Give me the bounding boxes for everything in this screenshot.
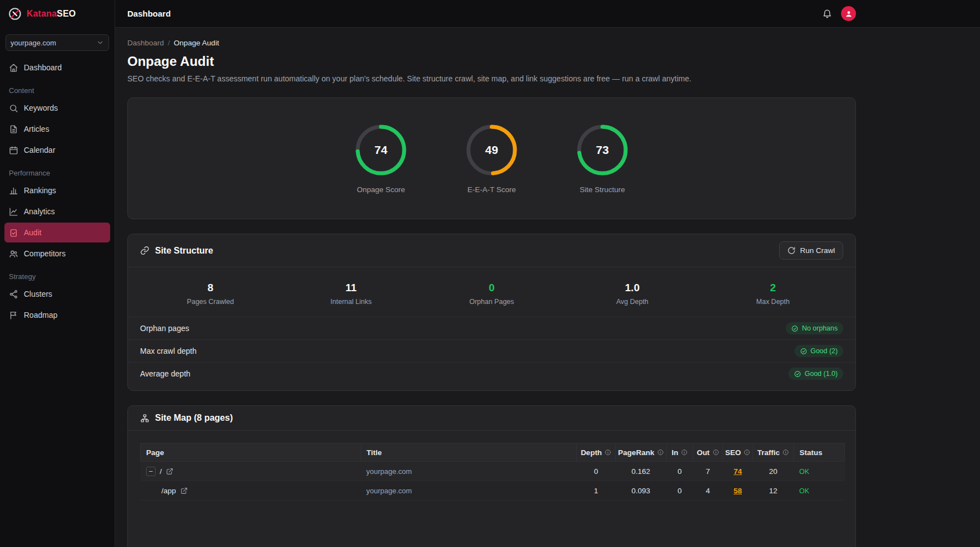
calendar-icon bbox=[9, 146, 18, 155]
stat-label: Internal Links bbox=[331, 298, 372, 306]
check-circle-icon bbox=[791, 325, 798, 332]
site-map-card: Site Map (8 pages) Page Title Depth bbox=[127, 405, 856, 547]
sidebar-item-audit[interactable]: Audit bbox=[4, 223, 110, 242]
status-badge: Good (1.0) bbox=[788, 368, 843, 380]
status-badge: No orphans bbox=[786, 322, 843, 334]
stat-value: 11 bbox=[345, 282, 357, 294]
refresh-icon bbox=[787, 246, 796, 255]
info-icon[interactable] bbox=[605, 449, 611, 456]
score-gauges-card: 74 Onpage Score 49 E-E-A-T Score bbox=[127, 97, 856, 219]
page-subtitle: SEO checks and E-E-A-T assessment run au… bbox=[127, 74, 856, 83]
info-icon[interactable] bbox=[657, 449, 664, 456]
main-content: Dashboard / Onpage Audit Onpage Audit SE… bbox=[115, 28, 980, 547]
topbar: Dashboard bbox=[115, 0, 980, 28]
sidebar-item-keywords[interactable]: Keywords bbox=[4, 98, 110, 118]
bell-icon[interactable] bbox=[822, 9, 832, 19]
info-icon[interactable] bbox=[681, 449, 688, 456]
seo-score-link[interactable]: 58 bbox=[734, 487, 742, 495]
stat-value: 1.0 bbox=[625, 282, 639, 294]
gauge-site-structure: 73 Site Structure bbox=[561, 123, 643, 194]
sidebar-nav: Dashboard Content Keywords Articles Cale… bbox=[0, 54, 115, 329]
info-icon[interactable] bbox=[744, 449, 750, 456]
in-links-cell: 0 bbox=[667, 481, 693, 500]
sidebar-item-clusters[interactable]: Clusters bbox=[4, 284, 110, 304]
table-header-row: Page Title Depth PageRank In Out SEO Tra… bbox=[141, 443, 845, 462]
col-header-depth: Depth bbox=[577, 443, 616, 462]
sidebar: KatanaSEO yourpage.com Dashboard Content… bbox=[0, 0, 115, 547]
site-map-title: Site Map (8 pages) bbox=[155, 413, 233, 423]
nav-heading-performance: Performance bbox=[4, 161, 110, 180]
col-header-traffic: Traffic bbox=[753, 443, 794, 462]
badge-text: Good (1.0) bbox=[804, 370, 838, 378]
stat-label: Max Depth bbox=[756, 298, 790, 306]
structure-stats: 8 Pages Crawled 11 Internal Links 0 Orph… bbox=[128, 267, 855, 317]
file-text-icon bbox=[9, 125, 18, 134]
stat-orphan-pages: 0 Orphan Pages bbox=[421, 282, 562, 306]
stat-pages-crawled: 8 Pages Crawled bbox=[140, 282, 281, 306]
page-link[interactable]: /app bbox=[162, 487, 176, 495]
flag-icon bbox=[9, 311, 18, 320]
sidebar-item-analytics[interactable]: Analytics bbox=[4, 202, 110, 221]
sidebar-item-dashboard[interactable]: Dashboard bbox=[4, 58, 110, 78]
breadcrumb-dashboard[interactable]: Dashboard bbox=[127, 39, 164, 47]
gauge-onpage-score: 74 Onpage Score bbox=[340, 123, 422, 194]
sitemap-icon bbox=[140, 414, 149, 423]
check-orphan-pages: Orphan pages No orphans bbox=[128, 317, 855, 339]
check-circle-icon bbox=[800, 348, 807, 355]
seo-score-link[interactable]: 74 bbox=[734, 467, 742, 476]
table-row: /app yourpage.com 1 0.093 0 bbox=[141, 481, 845, 500]
col-header-seo: SEO bbox=[723, 443, 753, 462]
sidebar-item-rankings[interactable]: Rankings bbox=[4, 180, 110, 200]
link-icon bbox=[140, 246, 149, 255]
info-icon[interactable] bbox=[782, 449, 789, 456]
stat-internal-links: 11 Internal Links bbox=[281, 282, 421, 306]
gauge-label: E-E-A-T Score bbox=[467, 185, 516, 194]
gauge-value: 73 bbox=[576, 123, 629, 177]
out-links-cell: 4 bbox=[693, 481, 723, 500]
col-header-in: In bbox=[667, 443, 693, 462]
collapse-row-button[interactable] bbox=[146, 467, 156, 476]
pagerank-cell: 0.093 bbox=[616, 481, 667, 500]
stat-value: 8 bbox=[208, 282, 214, 294]
check-average-depth: Average depth Good (1.0) bbox=[128, 362, 855, 385]
page-link[interactable]: / bbox=[160, 467, 162, 476]
status-cell: OK bbox=[800, 487, 809, 495]
chevron-down-icon bbox=[96, 39, 104, 47]
out-links-cell: 7 bbox=[693, 462, 723, 481]
breadcrumb: Dashboard / Onpage Audit bbox=[127, 39, 856, 47]
sidebar-item-roadmap[interactable]: Roadmap bbox=[4, 305, 110, 325]
col-header-out: Out bbox=[693, 443, 723, 462]
pagerank-cell: 0.162 bbox=[616, 462, 667, 481]
clusters-nodes-icon bbox=[9, 290, 18, 299]
badge-text: No orphans bbox=[802, 324, 838, 332]
check-max-crawl-depth: Max crawl depth Good (2) bbox=[128, 339, 855, 362]
info-icon[interactable] bbox=[713, 449, 719, 456]
check-circle-icon bbox=[794, 370, 801, 378]
users-icon bbox=[9, 249, 18, 259]
check-label: Max crawl depth bbox=[140, 347, 197, 355]
traffic-cell: 12 bbox=[753, 481, 794, 500]
breadcrumb-current: Onpage Audit bbox=[174, 39, 219, 47]
external-link-icon[interactable] bbox=[166, 468, 173, 475]
stat-label: Pages Crawled bbox=[187, 298, 234, 306]
sidebar-item-label: Roadmap bbox=[24, 311, 58, 319]
check-label: Orphan pages bbox=[140, 324, 189, 333]
line-chart-icon bbox=[9, 207, 18, 216]
sidebar-item-articles[interactable]: Articles bbox=[4, 119, 110, 139]
sidebar-item-label: Dashboard bbox=[24, 63, 62, 72]
topbar-title: Dashboard bbox=[127, 9, 171, 18]
nav-heading-content: Content bbox=[4, 79, 110, 98]
user-avatar[interactable] bbox=[841, 6, 856, 21]
stat-avg-depth: 1.0 Avg Depth bbox=[562, 282, 703, 306]
site-selector[interactable]: yourpage.com bbox=[6, 34, 109, 51]
brand-name: KatanaSEO bbox=[27, 9, 76, 19]
sidebar-item-label: Audit bbox=[24, 228, 42, 237]
run-crawl-button[interactable]: Run Crawl bbox=[779, 241, 843, 260]
external-link-icon[interactable] bbox=[180, 487, 188, 494]
sidebar-item-competitors[interactable]: Competitors bbox=[4, 244, 110, 264]
sidebar-item-label: Analytics bbox=[24, 207, 55, 216]
sidebar-item-calendar[interactable]: Calendar bbox=[4, 140, 110, 160]
gauge-eeat-score: 49 E-E-A-T Score bbox=[451, 123, 533, 194]
badge-text: Good (2) bbox=[811, 347, 838, 355]
site-structure-title: Site Structure bbox=[155, 246, 213, 256]
